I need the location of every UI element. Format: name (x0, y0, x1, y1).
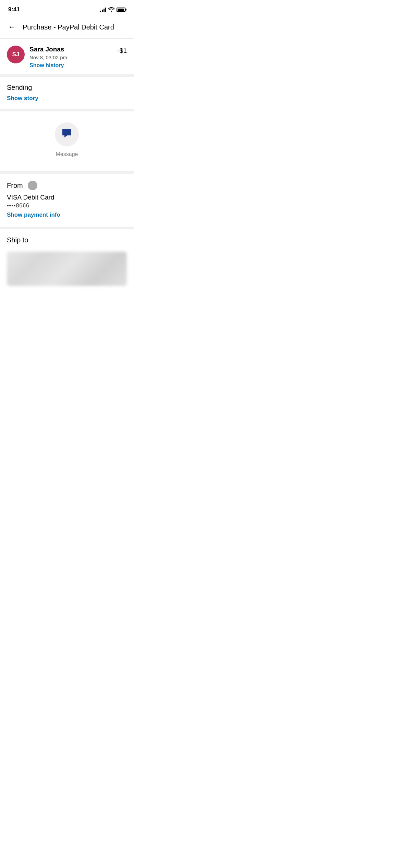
sending-title: Sending (7, 84, 127, 92)
transaction-info: SJ Sara Jonas Nov 8, 03:02 pm Show histo… (0, 39, 134, 74)
contact-name: Sara Jonas (29, 46, 67, 53)
message-section: Message (0, 111, 134, 171)
transaction-details: Sara Jonas Nov 8, 03:02 pm Show history (29, 46, 67, 69)
message-label: Message (56, 151, 78, 157)
transaction-left: SJ Sara Jonas Nov 8, 03:02 pm Show histo… (7, 46, 67, 69)
ship-to-section: Ship to (0, 229, 134, 294)
signal-icon (100, 7, 106, 12)
from-header: From (7, 181, 127, 190)
back-button[interactable]: ← (7, 21, 17, 33)
wifi-icon (108, 7, 114, 13)
status-bar: 9:41 (0, 0, 134, 17)
message-bubble-icon (62, 129, 72, 141)
card-indicator-icon (28, 181, 37, 190)
transaction-amount: -$1 (118, 46, 127, 55)
header: ← Purchase - PayPal Debit Card (0, 17, 134, 38)
card-number: ••••8666 (7, 203, 127, 209)
battery-icon (117, 8, 125, 12)
section-divider-2 (0, 109, 134, 111)
show-story-link[interactable]: Show story (7, 95, 38, 102)
ship-to-title: Ship to (7, 236, 127, 244)
sending-section: Sending Show story (0, 77, 134, 109)
section-divider-1 (0, 74, 134, 77)
status-icons (100, 7, 125, 13)
transaction-date: Nov 8, 03:02 pm (29, 55, 67, 60)
card-name: VISA Debit Card (7, 194, 127, 201)
message-icon-container (55, 122, 79, 146)
section-divider-4 (0, 227, 134, 229)
from-section: From VISA Debit Card ••••8666 Show payme… (0, 174, 134, 227)
blurred-address (7, 249, 127, 289)
avatar: SJ (7, 46, 25, 63)
section-divider-3 (0, 171, 134, 174)
blurred-content (7, 252, 127, 286)
show-history-link[interactable]: Show history (29, 62, 67, 69)
show-payment-info-link[interactable]: Show payment info (7, 212, 60, 218)
from-title: From (7, 182, 23, 190)
page-title: Purchase - PayPal Debit Card (23, 23, 114, 31)
status-time: 9:41 (8, 6, 20, 13)
